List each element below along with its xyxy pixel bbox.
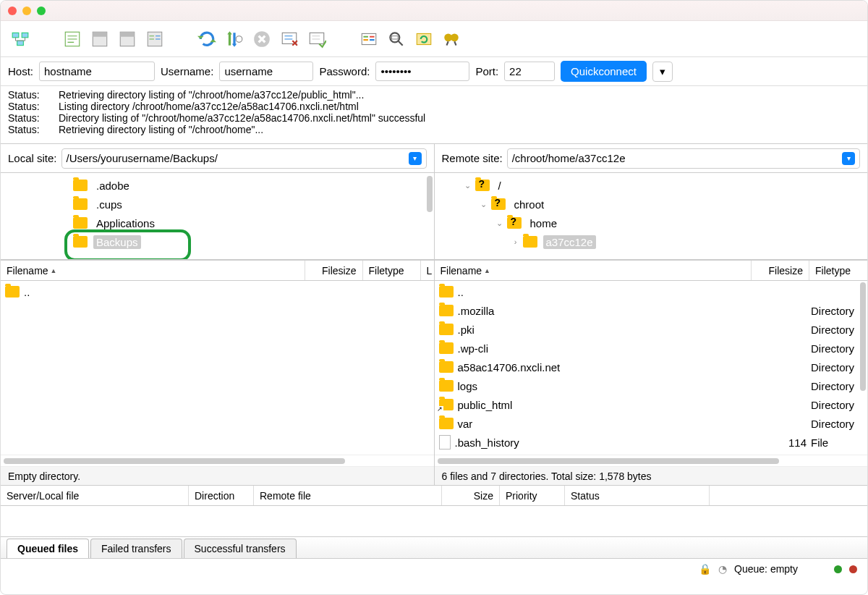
refresh-icon[interactable] — [195, 27, 219, 51]
local-file-columns[interactable]: Filename▲ Filesize Filetype L — [1, 261, 434, 281]
queue-column[interactable]: Size — [442, 486, 500, 505]
col-filename[interactable]: Filename — [441, 265, 482, 277]
disconnect-icon[interactable] — [277, 27, 302, 51]
queue-column[interactable]: Direction — [189, 486, 254, 505]
password-input[interactable] — [375, 62, 469, 81]
compare-icon[interactable] — [384, 27, 409, 51]
folder-icon — [439, 380, 454, 392]
lock-icon[interactable]: 🔒 — [699, 563, 711, 575]
svg-rect-1 — [22, 33, 28, 38]
file-row[interactable]: public_htmlDirectory — [435, 395, 868, 414]
remote-path-combo[interactable]: /chroot/home/a37cc12e ▾ — [507, 148, 860, 169]
cancel-icon[interactable] — [250, 27, 274, 51]
folder-icon — [439, 361, 454, 373]
local-tree[interactable]: .adobe.cupsApplicationsBackups — [1, 173, 434, 260]
col-lastmod[interactable]: L — [427, 265, 433, 277]
file-row[interactable]: .pkiDirectory — [435, 320, 868, 339]
reconnect-icon[interactable] — [305, 27, 329, 51]
local-path-combo[interactable]: /Users/yourusername/Backups/ ▾ — [61, 148, 427, 169]
tree-item[interactable]: Applications — [1, 214, 434, 232]
toggle-local-tree-icon[interactable] — [88, 27, 112, 51]
folder-icon — [439, 342, 454, 354]
filter-icon[interactable] — [357, 27, 381, 51]
scrollbar[interactable] — [860, 282, 866, 455]
scrollbar[interactable] — [427, 176, 433, 212]
file-row[interactable]: .mozillaDirectory — [435, 301, 868, 320]
sync-browse-icon[interactable] — [412, 27, 436, 51]
site-manager-icon[interactable] — [8, 27, 33, 51]
sort-asc-icon: ▲ — [484, 267, 490, 274]
search-icon[interactable] — [439, 27, 464, 51]
file-row[interactable]: a58ac14706.nxcli.netDirectory — [435, 358, 868, 376]
remote-file-columns[interactable]: Filename▲ Filesize Filetype — [435, 261, 868, 281]
remote-status: 6 files and 7 directories. Total size: 1… — [435, 466, 868, 485]
tree-item[interactable]: .cups — [1, 195, 434, 214]
scrollbar[interactable] — [435, 455, 868, 466]
file-row[interactable]: .bash_history114File — [435, 433, 868, 452]
tab-successful-transfers[interactable]: Successful transfers — [184, 539, 297, 558]
remote-file-panel: Filename▲ Filesize Filetype ...mozillaDi… — [435, 261, 868, 485]
log-line: Status:Retrieving directory listing of "… — [8, 89, 860, 101]
col-filesize[interactable]: Filesize — [769, 265, 803, 277]
tree-item[interactable]: ⌄/ — [435, 176, 868, 195]
username-input[interactable] — [219, 62, 313, 81]
col-filesize[interactable]: Filesize — [322, 265, 356, 277]
file-row[interactable]: varDirectory — [435, 414, 868, 433]
svg-rect-0 — [12, 33, 19, 38]
tree-item[interactable]: ›a37cc12e — [435, 232, 868, 251]
col-filetype[interactable]: Filetype — [815, 265, 851, 277]
remote-file-list[interactable]: ...mozillaDirectory.pkiDirectory.wp-cliD… — [435, 281, 868, 455]
quickconnect-history-dropdown[interactable]: ▾ — [652, 62, 673, 82]
tree-item[interactable]: ⌄chroot — [435, 195, 868, 214]
remote-tree[interactable]: ⌄/⌄chroot⌄home›a37cc12e — [435, 173, 868, 260]
tree-item[interactable]: ⌄home — [435, 214, 868, 232]
queue-columns[interactable]: Server/Local fileDirectionRemote fileSiz… — [1, 486, 867, 506]
chevron-icon[interactable]: ⌄ — [495, 219, 504, 228]
tab-queued-files[interactable]: Queued files — [7, 539, 89, 558]
file-row[interactable]: .wp-cliDirectory — [435, 339, 868, 358]
col-filetype[interactable]: Filetype — [369, 265, 404, 277]
queue-column[interactable]: Status — [565, 486, 710, 505]
activity-led-red — [849, 565, 857, 573]
file-row[interactable]: .. — [435, 282, 868, 301]
minimize-icon[interactable] — [22, 7, 31, 15]
col-filename[interactable]: Filename — [7, 265, 48, 277]
svg-marker-19 — [232, 43, 237, 46]
remote-site-panel: Remote site: /chroot/home/a37cc12e ▾ ⌄/⌄… — [435, 144, 868, 260]
maximize-icon[interactable] — [37, 7, 46, 15]
tab-failed-transfers[interactable]: Failed transfers — [90, 539, 182, 558]
svg-line-40 — [447, 41, 448, 45]
process-queue-icon[interactable] — [222, 27, 247, 51]
chevron-icon[interactable]: ⌄ — [480, 200, 488, 209]
chevron-icon[interactable]: ⌄ — [464, 181, 472, 190]
toggle-remote-tree-icon[interactable] — [115, 27, 140, 51]
quickconnect-button[interactable]: Quickconnect — [561, 61, 647, 82]
svg-point-20 — [236, 35, 242, 42]
toggle-queue-icon[interactable] — [142, 27, 167, 51]
local-file-list[interactable]: .. — [1, 281, 434, 455]
folder-icon — [439, 324, 454, 335]
scrollbar[interactable] — [1, 455, 434, 466]
folder-icon — [73, 236, 88, 248]
chevron-down-icon: ▾ — [409, 152, 422, 165]
queue-column[interactable]: Priority — [500, 486, 565, 505]
queue-column[interactable]: Server/Local file — [1, 486, 189, 505]
toggle-log-icon[interactable] — [60, 27, 85, 51]
folder-link-icon — [439, 399, 454, 410]
close-icon[interactable] — [8, 7, 17, 15]
tree-item[interactable]: .adobe — [1, 176, 434, 195]
queue-body[interactable] — [1, 506, 867, 536]
file-row[interactable]: logsDirectory — [435, 376, 868, 395]
local-site-label: Local site: — [8, 152, 57, 164]
port-input[interactable] — [504, 62, 555, 81]
folder-icon — [5, 286, 20, 298]
log-line: Status:Listing directory /chroot/home/a3… — [8, 101, 860, 112]
queue-status: Queue: empty — [734, 563, 798, 575]
tree-item[interactable]: Backups — [1, 232, 434, 251]
chevron-icon[interactable]: › — [511, 237, 520, 246]
file-lists: Filename▲ Filesize Filetype L .. Empty d… — [1, 261, 867, 486]
queue-column[interactable]: Remote file — [254, 486, 442, 505]
file-row[interactable]: .. — [1, 282, 434, 301]
host-input[interactable] — [39, 62, 155, 81]
clock-icon[interactable]: ◔ — [718, 563, 727, 575]
